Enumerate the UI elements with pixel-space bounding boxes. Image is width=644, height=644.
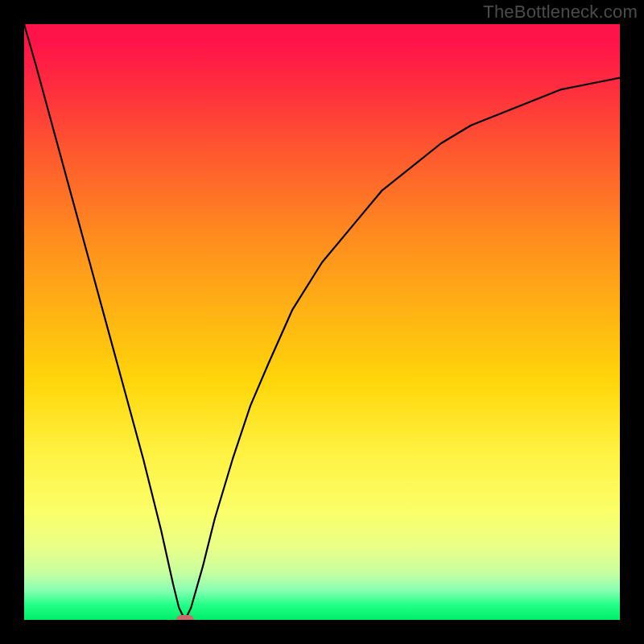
optimum-marker — [176, 615, 194, 620]
watermark-text: TheBottleneck.com — [483, 2, 638, 23]
chart-curve — [24, 24, 620, 620]
chart-frame: TheBottleneck.com — [0, 0, 644, 644]
plot-area — [24, 24, 620, 620]
